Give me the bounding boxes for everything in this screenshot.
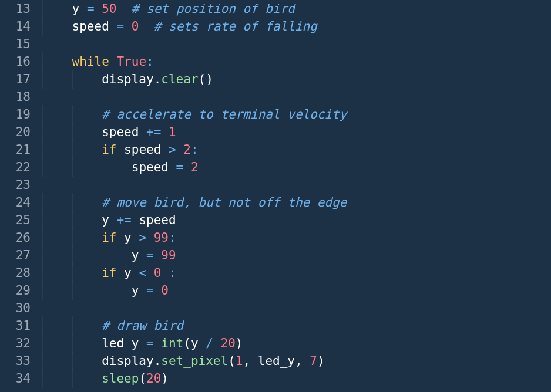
code-line[interactable] [42, 299, 347, 317]
line-number: 14 [0, 18, 35, 35]
token-op: = [116, 19, 124, 33]
token-default: speed [102, 125, 146, 139]
token-op: > [139, 231, 146, 245]
indent-guide [42, 0, 72, 18]
code-editor[interactable]: 1314151617181920212223242526272829303132… [0, 0, 551, 387]
token-op: = [87, 2, 95, 16]
token-default [161, 266, 169, 280]
token-punct: ) [236, 336, 243, 350]
line-number: 17 [0, 70, 35, 88]
token-default [124, 19, 132, 33]
token-default: speed [72, 19, 117, 33]
token-op: = [146, 336, 154, 350]
token-punct: . [154, 354, 162, 368]
line-number: 31 [0, 317, 35, 334]
code-line[interactable]: y = 99 [42, 246, 347, 264]
token-default [154, 248, 162, 262]
line-number: 33 [0, 352, 35, 370]
line-number: 27 [0, 246, 35, 264]
token-punct: ) [161, 371, 169, 386]
indent-guide [72, 123, 102, 141]
code-line[interactable]: if y > 99: [42, 229, 347, 246]
code-line[interactable]: y += speed [42, 211, 347, 229]
token-comment: # sets rate of falling [154, 19, 317, 33]
token-op: = [146, 283, 154, 298]
code-line[interactable]: # draw bird [42, 317, 347, 334]
indent-guide [42, 18, 72, 35]
token-op: < [139, 266, 146, 280]
code-line[interactable]: if speed > 2: [42, 141, 347, 158]
indent-guide [72, 106, 102, 123]
code-line[interactable]: while True: [42, 53, 347, 70]
line-number: 13 [0, 0, 35, 18]
token-num: 1 [236, 354, 243, 368]
line-number: 28 [0, 264, 35, 282]
token-punct: , [295, 354, 303, 368]
code-line[interactable]: y = 0 [42, 282, 347, 299]
token-func: clear [161, 72, 198, 86]
indent-guide [42, 246, 72, 264]
token-default: y [132, 283, 146, 298]
token-punct: ( [228, 354, 236, 368]
code-line[interactable] [42, 176, 347, 194]
token-default: y [116, 266, 139, 280]
token-default [176, 143, 184, 157]
token-default [95, 2, 102, 16]
indent-guide [42, 158, 72, 176]
token-default [154, 283, 162, 298]
token-default: display [102, 72, 154, 86]
indent-guide [42, 370, 72, 387]
indent-guide [72, 370, 102, 387]
code-line[interactable] [42, 88, 347, 106]
token-op: : [191, 143, 199, 157]
code-line[interactable]: led_y = int(y / 20) [42, 334, 347, 352]
token-default [213, 336, 221, 350]
token-num: 0 [132, 19, 139, 33]
token-default: speed [132, 160, 176, 174]
token-punct: , [243, 354, 250, 368]
token-op: : [146, 55, 154, 69]
indent-guide [72, 352, 102, 370]
token-num: 7 [310, 354, 317, 368]
token-keyword: if [102, 266, 116, 280]
line-number: 26 [0, 229, 35, 246]
token-default [154, 336, 162, 350]
token-default: y [72, 2, 87, 16]
code-line[interactable]: speed = 0 # sets rate of falling [42, 18, 347, 35]
indent-guide [42, 211, 72, 229]
token-comment: # move bird, but not off the edge [102, 195, 347, 209]
code-line[interactable]: y = 50 # set position of bird [42, 0, 347, 18]
code-line[interactable]: display.set_pixel(1, led_y, 7) [42, 352, 347, 370]
indent-guide [42, 106, 72, 123]
indent-guide [72, 211, 102, 229]
indent-guide [42, 282, 72, 299]
token-punct: . [154, 72, 162, 86]
code-line[interactable]: sleep(20) [42, 370, 347, 387]
token-default: display [102, 354, 154, 368]
code-line[interactable]: if y < 0 : [42, 264, 347, 282]
token-punct: () [199, 72, 213, 86]
token-default [109, 55, 117, 69]
indent-guide [72, 264, 102, 282]
line-number: 16 [0, 53, 35, 70]
code-line[interactable]: speed = 2 [42, 158, 347, 176]
token-num: 2 [183, 143, 191, 157]
line-number: 29 [0, 282, 35, 299]
indent-guide [72, 229, 102, 246]
token-op: : [169, 266, 176, 280]
indent-guide [42, 53, 72, 70]
code-line[interactable]: # move bird, but not off the edge [42, 194, 347, 211]
indent-guide [72, 158, 102, 176]
token-op: += [146, 125, 161, 139]
code-line[interactable] [42, 35, 347, 53]
token-keyword: if [102, 231, 116, 245]
code-line[interactable]: display.clear() [42, 70, 347, 88]
line-number: 18 [0, 88, 35, 106]
token-default [116, 2, 131, 16]
token-num: 0 [154, 266, 162, 280]
code-area[interactable]: y = 50 # set position of bird speed = 0 … [35, 0, 347, 387]
code-line[interactable]: speed += 1 [42, 123, 347, 141]
token-default [303, 354, 310, 368]
indent-guide [72, 282, 102, 299]
code-line[interactable]: # accelerate to terminal velocity [42, 106, 347, 123]
